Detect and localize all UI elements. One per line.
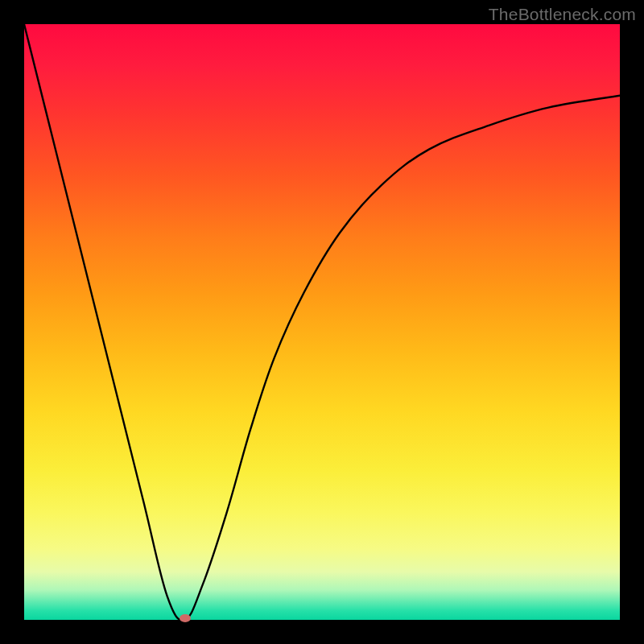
- curve-svg: [24, 24, 620, 620]
- watermark-text: TheBottleneck.com: [489, 5, 636, 24]
- bottleneck-curve: [24, 24, 620, 620]
- plot-area: [24, 24, 620, 620]
- minimum-marker: [180, 614, 191, 622]
- chart-container: TheBottleneck.com: [0, 0, 644, 644]
